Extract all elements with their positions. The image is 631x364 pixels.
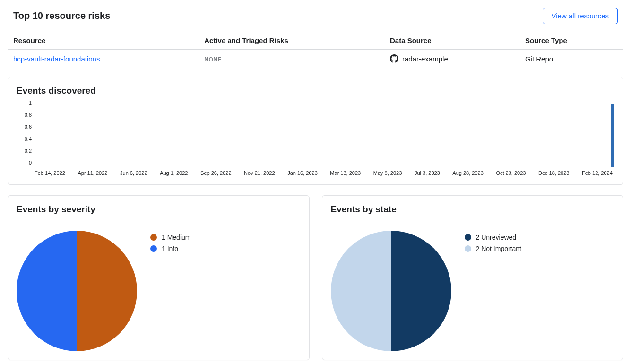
legend-label: 1 Info [162,245,178,252]
y-tick: 0.6 [25,124,32,130]
col-risks: Active and Triaged Risks [199,32,384,50]
col-data-source: Data Source [384,32,519,50]
events-discovered-title: Events discovered [17,86,614,96]
y-tick: 0.2 [25,148,32,154]
legend-swatch [150,245,157,252]
legend-swatch [465,234,471,241]
col-resource: Resource [8,32,199,50]
chart-x-axis: Feb 14, 2022Apr 11, 2022Jun 6, 2022Aug 1… [35,170,613,176]
x-tick: Aug 1, 2022 [160,170,188,176]
y-tick: 0.4 [25,137,32,142]
x-tick: Jul 3, 2023 [415,170,440,176]
y-tick: 0.8 [25,113,32,118]
risk-badge: NONE [204,56,222,63]
chart-y-axis: 10.80.60.40.20 [17,103,32,167]
severity-legend: 1 Medium1 Info [150,231,190,252]
legend-item: 1 Medium [150,234,190,241]
x-tick: Mar 13, 2023 [330,170,361,176]
source-type: Git Repo [519,50,623,68]
severity-pie-chart [17,231,137,351]
x-tick: Sep 26, 2022 [200,170,231,176]
x-tick: Jun 6, 2022 [120,170,147,176]
y-tick: 0 [29,160,32,165]
page-title: Top 10 resource risks [13,10,110,21]
x-tick: Oct 23, 2023 [496,170,526,176]
x-tick: Dec 18, 2023 [538,170,569,176]
x-tick: Feb 14, 2022 [35,170,65,176]
resource-link[interactable]: hcp-vault-radar-foundations [13,55,100,63]
table-row: hcp-vault-radar-foundations NONE radar-e… [8,50,623,68]
legend-label: 2 Unreviewed [476,234,517,241]
x-tick: Aug 28, 2023 [452,170,483,176]
resource-risks-table: Resource Active and Triaged Risks Data S… [8,32,623,68]
events-discovered-chart: 10.80.60.40.20 Feb 14, 2022Apr 11, 2022J… [17,103,614,176]
state-pie-chart [331,231,451,351]
legend-item: 2 Unreviewed [465,234,522,241]
x-tick: May 8, 2023 [373,170,402,176]
legend-label: 1 Medium [162,234,190,241]
y-tick: 1 [29,101,32,106]
legend-label: 2 Not Important [476,245,522,252]
x-tick: Feb 12, 2024 [582,170,613,176]
x-tick: Jan 16, 2023 [287,170,318,176]
legend-swatch [150,234,157,241]
events-discovered-card: Events discovered 10.80.60.40.20 Feb 14,… [8,77,623,185]
x-tick: Nov 21, 2022 [244,170,275,176]
legend-item: 2 Not Important [465,245,522,252]
events-by-severity-title: Events by severity [17,204,301,215]
events-by-state-card: Events by state 2 Unreviewed2 Not Import… [322,195,624,360]
legend-item: 1 Info [150,245,190,252]
view-all-resources-button[interactable]: View all resources [543,8,618,24]
data-source-name: radar-example [402,55,448,63]
state-legend: 2 Unreviewed2 Not Important [465,231,522,252]
chart-plot [35,104,613,167]
x-tick: Apr 11, 2022 [78,170,107,176]
col-source-type: Source Type [519,32,623,50]
events-by-state-title: Events by state [331,204,615,215]
events-by-severity-card: Events by severity 1 Medium1 Info [8,195,310,360]
github-icon [390,54,398,63]
chart-bar [611,104,614,167]
legend-swatch [465,245,471,252]
